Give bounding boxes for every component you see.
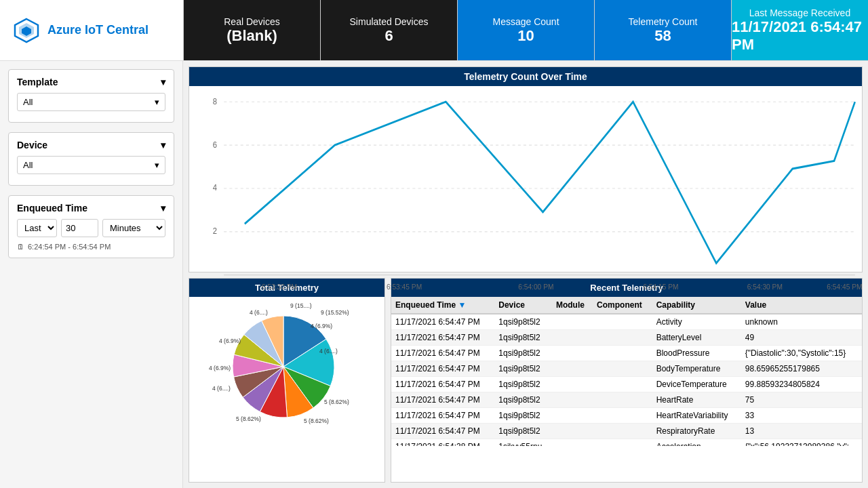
- bottom-panels: Total Telemetry 9 (15.52%)9 (15....)5 (8…: [189, 278, 863, 483]
- table-row[interactable]: 11/17/2021 6:54:47 PM 1qsi9p8t5l2 Respir…: [391, 424, 862, 439]
- enqueued-number-input[interactable]: [61, 219, 98, 237]
- template-label: Template: [17, 77, 58, 87]
- pie-label-1: 9 (15....): [290, 302, 312, 309]
- stat-label-2: Message Count: [492, 16, 559, 27]
- svg-text:6:54:15 PM: 6:54:15 PM: [643, 282, 678, 291]
- cell-value: 75: [741, 392, 862, 408]
- cell-device: 1qsi9p8t5l2: [494, 346, 552, 361]
- cell-value: {"x":56.19233712989386,"y":6...: [741, 439, 862, 447]
- cell-value: 13: [741, 424, 862, 439]
- logo-area: Azure IoT Central: [0, 0, 183, 60]
- table-row[interactable]: 11/17/2021 6:54:47 PM 1qsi9p8t5l2 HeartR…: [391, 408, 862, 424]
- telemetry-table-panel: Recent Telemetry Enqueued Time ▼ Device …: [391, 278, 863, 483]
- enqueued-controls: Last Minutes Hours Days: [17, 219, 165, 237]
- device-header[interactable]: Device ▾: [17, 140, 165, 150]
- stat-card-3: Telemetry Count 58: [594, 0, 731, 60]
- cell-capability: DeviceTemperature: [652, 377, 741, 392]
- cell-capability: Activity: [652, 314, 741, 330]
- enqueued-range-text: 6:24:54 PM - 6:54:54 PM: [28, 243, 111, 251]
- template-select[interactable]: All ▾: [17, 93, 165, 111]
- cell-component: [593, 377, 652, 392]
- stat-cards: Real Devices (Blank)Simulated Devices 6M…: [183, 0, 868, 60]
- col-device[interactable]: Device: [494, 297, 552, 314]
- pie-label-0: 9 (15.52%): [321, 309, 349, 316]
- col-component[interactable]: Component: [593, 297, 652, 314]
- cell-module: [552, 439, 593, 447]
- pie-label-8: 4 (6....): [250, 309, 268, 316]
- svg-text:6:54:00 PM: 6:54:00 PM: [518, 282, 553, 291]
- cell-capability: HeartRate: [652, 392, 741, 408]
- stat-value-3: 58: [654, 27, 671, 45]
- template-select-chevron: ▾: [155, 97, 159, 107]
- cell-value: 49: [741, 330, 862, 346]
- device-select[interactable]: All ▾: [17, 156, 165, 174]
- svg-text:6:53:30 PM: 6:53:30 PM: [262, 282, 297, 291]
- header: Azure IoT Central Real Devices (Blank)Si…: [0, 0, 868, 61]
- table-row[interactable]: 11/17/2021 6:54:47 PM 1qsi9p8t5l2 Batter…: [391, 330, 862, 346]
- cell-device: 1qsi9p8t5l2: [494, 330, 552, 346]
- sidebar: Template ▾ All ▾ Device ▾ All ▾ Enqueued…: [0, 61, 183, 488]
- cell-device: 1qsi9p8t5l2: [494, 424, 552, 439]
- cell-time: 11/17/2021 6:54:47 PM: [391, 330, 494, 346]
- pie-label-3: 5 (8.62%): [304, 418, 329, 424]
- col-value[interactable]: Value: [741, 297, 862, 314]
- cell-module: [552, 361, 593, 377]
- device-chevron: ▾: [161, 140, 165, 150]
- calendar-icon: 🗓: [17, 243, 24, 251]
- pie-label-4: 5 (8.62%): [236, 415, 261, 422]
- cell-capability: HeartRateVariability: [652, 408, 741, 424]
- enqueued-preset-select[interactable]: Last: [17, 219, 57, 237]
- col-module[interactable]: Module: [552, 297, 593, 314]
- telemetry-chart-svg: 8 6 4 2 6:53:30 PM 6:53:45 PM 6:54:00 PM…: [189, 86, 862, 291]
- logo-text: Azure IoT Central: [47, 23, 149, 37]
- template-filter: Template ▾ All ▾: [8, 69, 174, 123]
- template-header[interactable]: Template ▾: [17, 77, 165, 87]
- cell-time: 11/17/2021 6:54:38 PM: [391, 439, 494, 447]
- cell-value: 99.88593234805824: [741, 377, 862, 392]
- table-row[interactable]: 11/17/2021 6:54:47 PM 1qsi9p8t5l2 Device…: [391, 377, 862, 392]
- table-header-row: Enqueued Time ▼ Device Module Component …: [391, 297, 862, 314]
- cell-capability: BatteryLevel: [652, 330, 741, 346]
- table-scroll[interactable]: Enqueued Time ▼ Device Module Component …: [391, 297, 862, 446]
- svg-text:6:54:45 PM: 6:54:45 PM: [827, 282, 862, 291]
- cell-module: [552, 346, 593, 361]
- stat-card-4: Last Message Received 11/17/2021 6:54:47…: [731, 0, 868, 60]
- template-chevron: ▾: [161, 77, 165, 87]
- stat-card-1: Simulated Devices 6: [320, 0, 457, 60]
- col-capability[interactable]: Capability: [652, 297, 741, 314]
- table-row[interactable]: 11/17/2021 6:54:47 PM 1qsi9p8t5l2 BodyTe…: [391, 361, 862, 377]
- enqueued-range: 🗓 6:24:54 PM - 6:54:54 PM: [17, 243, 165, 251]
- template-value: All: [23, 97, 33, 107]
- cell-module: [552, 408, 593, 424]
- main-layout: Template ▾ All ▾ Device ▾ All ▾ Enqueued…: [0, 61, 868, 488]
- cell-device: 1sjkvy55rnu: [494, 439, 552, 447]
- cell-module: [552, 392, 593, 408]
- enqueued-header[interactable]: Enqueued Time ▾: [17, 203, 165, 214]
- cell-device: 1qsi9p8t5l2: [494, 408, 552, 424]
- stat-value-0: (Blank): [226, 27, 277, 45]
- pie-label-7: 4 (6.9%): [219, 338, 241, 344]
- stat-value-2: 10: [517, 27, 534, 45]
- enqueued-unit-select[interactable]: Minutes Hours Days: [102, 219, 165, 237]
- enqueued-label: Enqueued Time: [17, 203, 87, 214]
- cell-time: 11/17/2021 6:54:47 PM: [391, 377, 494, 392]
- stat-label-1: Simulated Devices: [350, 16, 429, 27]
- stat-label-4: Last Message Received: [749, 7, 850, 18]
- cell-device: 1qsi9p8t5l2: [494, 361, 552, 377]
- cell-value: {"Diastolic":30,"Systolic":15}: [741, 346, 862, 361]
- cell-capability: BloodPressure: [652, 346, 741, 361]
- cell-time: 11/17/2021 6:54:47 PM: [391, 361, 494, 377]
- cell-component: [593, 314, 652, 330]
- table-row[interactable]: 11/17/2021 6:54:47 PM 1qsi9p8t5l2 BloodP…: [391, 346, 862, 361]
- table-row[interactable]: 11/17/2021 6:54:47 PM 1qsi9p8t5l2 Activi…: [391, 314, 862, 330]
- enqueued-filter: Enqueued Time ▾ Last Minutes Hours Days …: [8, 195, 174, 258]
- svg-text:4: 4: [213, 183, 218, 193]
- stat-label-3: Telemetry Count: [629, 16, 698, 27]
- svg-text:6: 6: [213, 140, 218, 150]
- pie-label-2: 5 (8.62%): [324, 399, 349, 405]
- table-row[interactable]: 11/17/2021 6:54:38 PM 1sjkvy55rnu Accele…: [391, 439, 862, 447]
- col-time[interactable]: Enqueued Time ▼: [391, 297, 494, 314]
- svg-text:6:54:30 PM: 6:54:30 PM: [747, 282, 783, 291]
- table-row[interactable]: 11/17/2021 6:54:47 PM 1qsi9p8t5l2 HeartR…: [391, 392, 862, 408]
- cell-component: [593, 392, 652, 408]
